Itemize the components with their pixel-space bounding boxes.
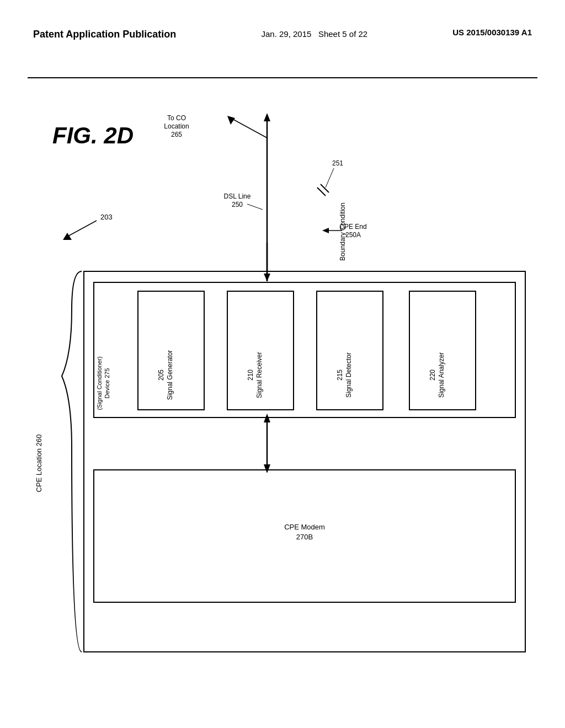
svg-line-13: [321, 184, 329, 192]
svg-marker-41: [264, 414, 270, 422]
svg-text:205: 205: [157, 370, 165, 381]
svg-text:CPE End: CPE End: [339, 223, 366, 231]
page-header: Patent Application Publication Jan. 29, …: [0, 28, 565, 41]
publication-date-sheet: Jan. 29, 2015 Sheet 5 of 22: [261, 28, 367, 41]
svg-line-4: [232, 119, 267, 138]
pub-date: Jan. 29, 2015: [261, 29, 311, 39]
svg-text:215: 215: [336, 370, 344, 381]
svg-text:Signal Receiver: Signal Receiver: [255, 352, 263, 398]
svg-line-12: [317, 188, 326, 196]
svg-line-11: [247, 204, 263, 210]
svg-text:220: 220: [429, 370, 436, 381]
ref-203-label: 203: [100, 213, 113, 221]
svg-text:Device 275: Device 275: [104, 368, 110, 398]
svg-text:CPE Location 260: CPE Location 260: [35, 435, 43, 493]
svg-text:To CO: To CO: [167, 114, 186, 122]
svg-text:250: 250: [232, 201, 243, 208]
page: Patent Application Publication Jan. 29, …: [0, 0, 565, 728]
svg-text:(Signal Conditioner): (Signal Conditioner): [96, 356, 103, 410]
header-divider: [28, 77, 537, 78]
fig-label: FIG. 2D: [52, 122, 134, 148]
svg-rect-28: [138, 291, 204, 410]
svg-text:Location: Location: [164, 122, 189, 130]
diagram-svg: FIG. 2D 203 To CO Location 265 DSL Line …: [0, 0, 565, 728]
svg-text:270B: 270B: [296, 533, 313, 541]
svg-rect-34: [317, 291, 383, 410]
svg-marker-5: [227, 116, 235, 125]
patent-number: US 2015/0030139 A1: [452, 28, 532, 37]
sheet-info: Sheet 5 of 22: [318, 29, 367, 39]
svg-text:CPE Modem: CPE Modem: [284, 523, 325, 531]
svg-rect-37: [409, 291, 476, 410]
svg-text:Boundary Condition: Boundary Condition: [339, 202, 347, 260]
publication-title: Patent Application Publication: [33, 28, 176, 41]
svg-text:210: 210: [247, 370, 254, 381]
svg-rect-23: [84, 271, 525, 652]
svg-marker-22: [264, 274, 270, 281]
svg-rect-43: [94, 470, 515, 602]
svg-marker-20: [322, 228, 329, 233]
svg-rect-31: [227, 291, 294, 410]
svg-line-0: [66, 221, 97, 237]
svg-text:DSL Line: DSL Line: [224, 192, 251, 200]
svg-marker-42: [264, 464, 270, 473]
svg-marker-1: [63, 233, 72, 240]
svg-text:265: 265: [171, 131, 182, 138]
svg-text:Signal Generator: Signal Generator: [166, 350, 174, 400]
svg-rect-25: [94, 282, 515, 417]
svg-text:Signal Detector: Signal Detector: [345, 352, 353, 398]
svg-text:Signal Analyzer: Signal Analyzer: [438, 352, 445, 398]
svg-text:250A: 250A: [345, 231, 361, 239]
svg-line-16: [326, 168, 334, 188]
svg-marker-3: [264, 113, 270, 121]
svg-text:251: 251: [332, 159, 343, 167]
